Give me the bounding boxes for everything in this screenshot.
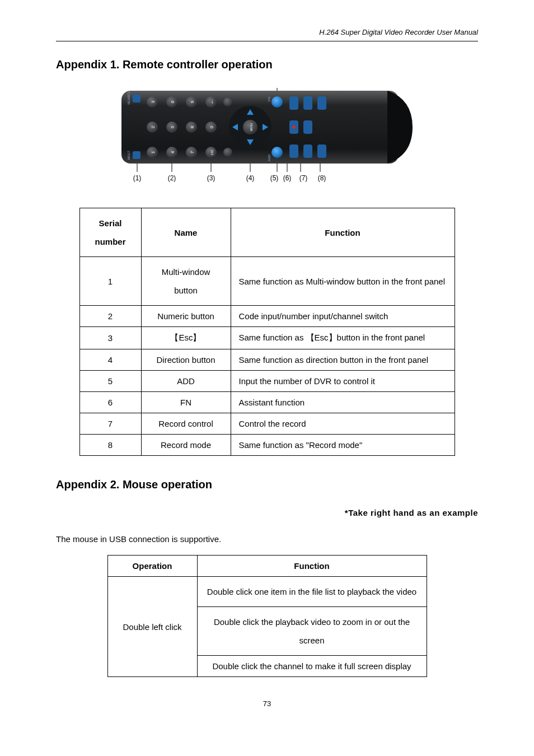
cell-function: Same function as "Record mode": [231, 435, 455, 456]
cell-function: Same function as direction button in the…: [231, 349, 455, 371]
direction-pad: MENU: [229, 106, 271, 148]
cell-name: 【Esc】: [141, 327, 231, 349]
svg-text:-/--: -/--: [210, 100, 214, 104]
th-function: Function: [231, 208, 455, 257]
cell-serial: 1: [79, 257, 141, 306]
cell-function: Same function as 【Esc】button in the fron…: [231, 327, 455, 349]
svg-text:2: 2: [151, 125, 156, 128]
svg-text:ADD: ADD: [268, 154, 271, 161]
cell-serial: 4: [79, 349, 141, 371]
svg-text:1: 1: [151, 151, 156, 153]
cell-name: Multi-window button: [141, 257, 231, 306]
svg-text:6: 6: [170, 100, 175, 103]
svg-rect-42: [289, 144, 298, 158]
cell-serial: 6: [79, 392, 141, 413]
svg-rect-46: [303, 144, 312, 158]
svg-text:4: 4: [170, 151, 175, 153]
svg-point-39: [271, 147, 283, 158]
svg-text:3: 3: [151, 100, 156, 103]
cell-serial: 2: [79, 306, 141, 327]
table-row: 3 【Esc】 Same function as 【Esc】button in …: [79, 327, 455, 349]
table-row: 4 Direction button Same function as dire…: [79, 349, 455, 371]
appendix1-title: Appendix 1. Remote controller operation: [56, 58, 478, 71]
remote-figure: SEARCH MULT 3 2 1 6 5 4 9 8 7 -/--: [56, 88, 478, 191]
table-row: 2 Numeric button Code input/number input…: [79, 306, 455, 327]
table-row: 5 ADD Input the number of DVR to control…: [79, 371, 455, 392]
cell-serial: 8: [79, 435, 141, 456]
table-row: Double left click Double click one item …: [107, 577, 427, 607]
svg-point-28: [223, 148, 232, 157]
callout-2: (2): [168, 174, 176, 182]
svg-text:FN: FN: [268, 97, 271, 101]
page: H.264 Super Digital Video Recorder User …: [0, 0, 534, 730]
table-row: 1 Multi-window button Same function as M…: [79, 257, 455, 306]
svg-rect-1: [133, 95, 140, 102]
svg-text:7: 7: [190, 151, 195, 153]
cell-function: Double click the channel to make it full…: [197, 656, 427, 677]
svg-text:5: 5: [170, 125, 175, 128]
svg-text:0: 0: [209, 125, 214, 128]
svg-rect-44: [303, 120, 312, 134]
cell-function: Control the record: [231, 413, 455, 435]
cell-name: Numeric button: [141, 306, 231, 327]
svg-rect-45: [303, 96, 312, 110]
cell-serial: 5: [79, 371, 141, 392]
cell-name: Record mode: [141, 435, 231, 456]
svg-text:ESC: ESC: [210, 149, 214, 155]
appendix2-table: Operation Function Double left click Dou…: [107, 555, 427, 677]
svg-point-43: [292, 125, 296, 129]
cell-name: FN: [141, 392, 231, 413]
svg-text:MENU: MENU: [250, 123, 253, 131]
th-name: Name: [141, 208, 231, 257]
callout-7: (7): [299, 174, 308, 182]
callout-4: (4): [246, 174, 255, 182]
th-function2: Function: [197, 556, 427, 577]
appendix2-body: The mouse in USB connection is supportiv…: [56, 534, 478, 544]
callout-6: (6): [283, 174, 292, 182]
cell-name: ADD: [141, 371, 231, 392]
svg-point-37: [271, 96, 283, 108]
page-header: H.264 Super Digital Video Recorder User …: [56, 28, 478, 41]
cell-function: Assistant function: [231, 392, 455, 413]
page-number: 73: [56, 699, 478, 708]
callout-1: (1): [133, 174, 142, 182]
svg-rect-47: [317, 96, 326, 110]
cell-name: Record control: [141, 413, 231, 435]
cell-function: Input the number of DVR to control it: [231, 371, 455, 392]
cell-function: Double click one item in the file list t…: [197, 577, 427, 607]
svg-rect-48: [317, 144, 326, 158]
label-mult: MULT: [127, 151, 130, 160]
th-operation: Operation: [107, 556, 197, 577]
appendix2-title: Appendix 2. Mouse operation: [56, 478, 478, 491]
callout-3: (3): [207, 174, 216, 182]
label-search: SEARCH: [127, 91, 130, 105]
cell-name: Direction button: [141, 349, 231, 371]
remote-controller-image: SEARCH MULT 3 2 1 6 5 4 9 8 7 -/--: [121, 88, 413, 189]
cell-function: Code input/number input/channel switch: [231, 306, 455, 327]
callout-8: (8): [318, 174, 326, 182]
cell-serial: 7: [79, 413, 141, 435]
table-row: 7 Record control Control the record: [79, 413, 455, 435]
table-row: 6 FN Assistant function: [79, 392, 455, 413]
table-row: 8 Record mode Same function as "Record m…: [79, 435, 455, 456]
svg-point-27: [223, 97, 232, 106]
th-serial: Serial number: [79, 208, 141, 257]
appendix1-table: Serial number Name Function 1 Multi-wind…: [79, 208, 455, 456]
svg-rect-41: [289, 96, 298, 110]
callout-5: (5): [270, 174, 279, 182]
cell-serial: 3: [79, 327, 141, 349]
svg-rect-2: [133, 151, 140, 159]
svg-text:8: 8: [190, 125, 195, 128]
svg-text:9: 9: [190, 100, 195, 103]
appendix2-note: *Take right hand as an example: [56, 508, 478, 517]
cell-operation: Double left click: [107, 577, 197, 677]
cell-function: Double click the playback video to zoom …: [197, 607, 427, 656]
cell-function: Same function as Multi-window button in …: [231, 257, 455, 306]
